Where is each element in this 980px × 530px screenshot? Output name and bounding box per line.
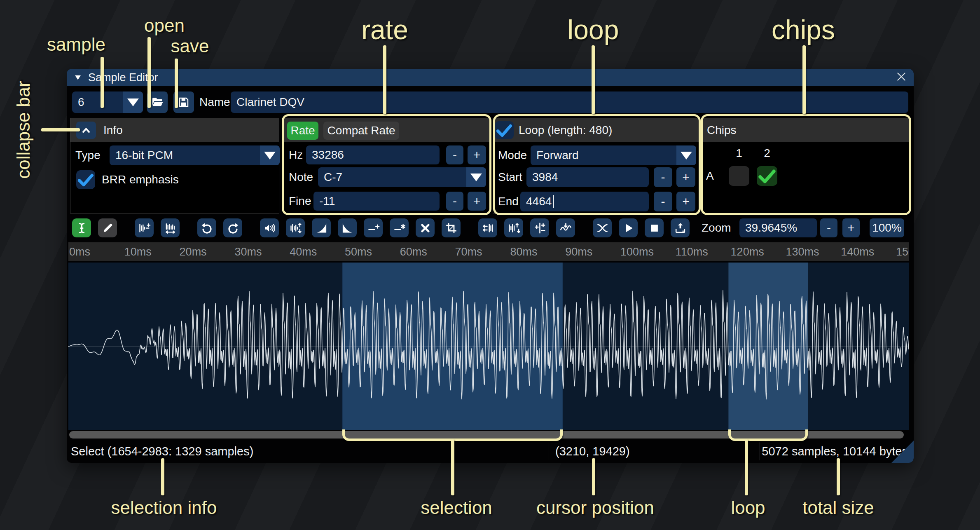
hz-input[interactable]: 33286 (306, 145, 440, 164)
undo-icon (201, 222, 213, 235)
toolbar-button-amplify[interactable] (260, 218, 279, 237)
toolbar-button-undo[interactable] (197, 218, 216, 237)
fade-in-icon (315, 222, 328, 235)
sample-number-value: 6 (78, 96, 84, 109)
toolbar-button-crossfade[interactable] (593, 218, 612, 237)
zoom-value-input[interactable]: 39.9645% (739, 218, 817, 237)
rate-panel-header: Rate Compat Rate (284, 118, 490, 142)
toolbar-button-fade-out[interactable] (338, 218, 357, 237)
waveform-display[interactable] (68, 263, 909, 430)
toolbar-button-trim[interactable] (442, 218, 461, 237)
chip-2-checkbox[interactable] (757, 166, 777, 186)
hz-plus-button[interactable]: + (468, 145, 486, 164)
sample-number-select[interactable]: 6 (72, 91, 143, 113)
toolbar-button-apply-silence[interactable] (390, 218, 409, 237)
resize-grip[interactable] (891, 440, 914, 463)
annotation-chips-label: chips (772, 14, 835, 45)
type-label: Type (75, 145, 101, 165)
ruler-tick: 100ms (620, 242, 654, 261)
loop-end-label: End (498, 192, 519, 211)
scrollbar-thumb[interactable] (69, 431, 904, 439)
annotation-loop-label: loop (568, 14, 619, 45)
sample-name-input[interactable]: Clarinet DQV (231, 91, 908, 113)
zoom-reset-button[interactable]: 100% (870, 218, 904, 237)
callout-line-total-size (837, 458, 840, 495)
type-value: 16-bit PCM (115, 149, 173, 162)
toolbar-button-stop-preview[interactable] (645, 218, 664, 237)
loop-start-minus-button[interactable]: - (654, 167, 672, 187)
save-sample-button[interactable] (173, 91, 194, 113)
chevron-down-icon[interactable] (676, 145, 696, 165)
toolbar-button-reverse[interactable] (478, 218, 497, 237)
brr-emphasis-checkbox[interactable] (76, 170, 95, 189)
amplify-icon (263, 222, 276, 235)
annotation-collapse-bar-label: collapse bar (13, 81, 34, 178)
type-select[interactable]: 16-bit PCM (110, 145, 280, 165)
resample-icon (164, 222, 177, 235)
note-value: C-7 (324, 171, 342, 184)
window-titlebar[interactable]: Sample Editor (67, 69, 914, 86)
chip-column-1-label: 1 (729, 146, 749, 160)
chip-1-checkbox[interactable] (729, 166, 749, 186)
loop-end-minus-button[interactable]: - (654, 192, 672, 211)
loop-end-input[interactable]: 4464 (520, 192, 649, 211)
annotation-loop-label-bottom: loop (731, 497, 765, 518)
zoom-label: Zoom (702, 218, 731, 237)
loop-start-plus-button[interactable]: + (676, 167, 695, 187)
toolbar-button-normalize[interactable] (286, 218, 305, 237)
toolbar-button-resize[interactable] (135, 218, 154, 237)
time-ruler[interactable]: 0ms10ms20ms30ms40ms50ms60ms70ms80ms90ms1… (68, 242, 909, 261)
toolbar-button-signed-unsigned[interactable] (530, 218, 549, 237)
window-collapse-icon[interactable] (73, 73, 82, 82)
callout-line-cursor-position (592, 458, 595, 495)
open-sample-button[interactable] (147, 91, 168, 113)
toolbar-button-delete[interactable] (416, 218, 435, 237)
loop-end-value: 4464 (526, 195, 552, 208)
zoom-in-button[interactable]: + (842, 218, 860, 237)
apply-silence-icon (393, 222, 406, 235)
ruler-tick: 120ms (731, 242, 764, 261)
resize-icon (138, 222, 151, 235)
mode-label: Mode (498, 145, 527, 165)
toolbar-button-preview[interactable] (619, 218, 638, 237)
toolbar-button-fade-in[interactable] (312, 218, 331, 237)
toolbar-button-upload[interactable] (671, 218, 690, 237)
chevron-down-icon[interactable] (466, 167, 486, 187)
ruler-tick: 50ms (345, 242, 372, 261)
compat-rate-button[interactable]: Compat Rate (323, 122, 399, 140)
annotation-save-label: save (171, 36, 209, 56)
fine-input[interactable]: -11 (313, 192, 440, 211)
folder-open-icon (151, 96, 164, 109)
waveform-scrollbar[interactable] (68, 431, 909, 439)
crossfade-icon (596, 222, 609, 235)
fine-minus-button[interactable]: - (446, 192, 463, 211)
upload-icon (674, 222, 687, 235)
toolbar-button-filter[interactable] (556, 218, 575, 237)
zoom-out-button[interactable]: - (820, 218, 837, 237)
waveform-svg (68, 263, 909, 430)
toolbar-button-invert[interactable] (504, 218, 523, 237)
chevron-down-icon[interactable] (123, 91, 143, 113)
loop-start-input[interactable]: 3984 (526, 167, 649, 187)
loop-enable-checkbox[interactable] (495, 121, 514, 139)
hz-minus-button[interactable]: - (446, 145, 463, 164)
ruler-tick: 80ms (510, 242, 537, 261)
toolbar-button-redo[interactable] (223, 218, 242, 237)
toolbar-button-insert-silence[interactable] (364, 218, 383, 237)
collapse-bar-button[interactable] (76, 122, 96, 139)
cursor-position-text: (3210, 19429) (555, 440, 630, 463)
toolbar-button-select[interactable] (72, 218, 91, 237)
loop-end-plus-button[interactable]: + (676, 192, 695, 211)
toolbar-button-resample[interactable] (161, 218, 180, 237)
chevron-down-icon[interactable] (260, 145, 280, 165)
rate-mode-button[interactable]: Rate (287, 122, 318, 140)
loop-mode-select[interactable]: Forward (531, 145, 696, 165)
note-select[interactable]: C-7 (318, 167, 486, 187)
chips-panel-header: Chips (702, 118, 910, 142)
fine-plus-button[interactable]: + (468, 192, 486, 211)
ruler-tick: 130ms (786, 242, 819, 261)
loop-panel-title: Loop (length: 480) (519, 118, 612, 142)
close-button[interactable] (895, 71, 908, 84)
toolbar-button-draw[interactable] (98, 218, 117, 237)
redo-icon (227, 222, 239, 235)
